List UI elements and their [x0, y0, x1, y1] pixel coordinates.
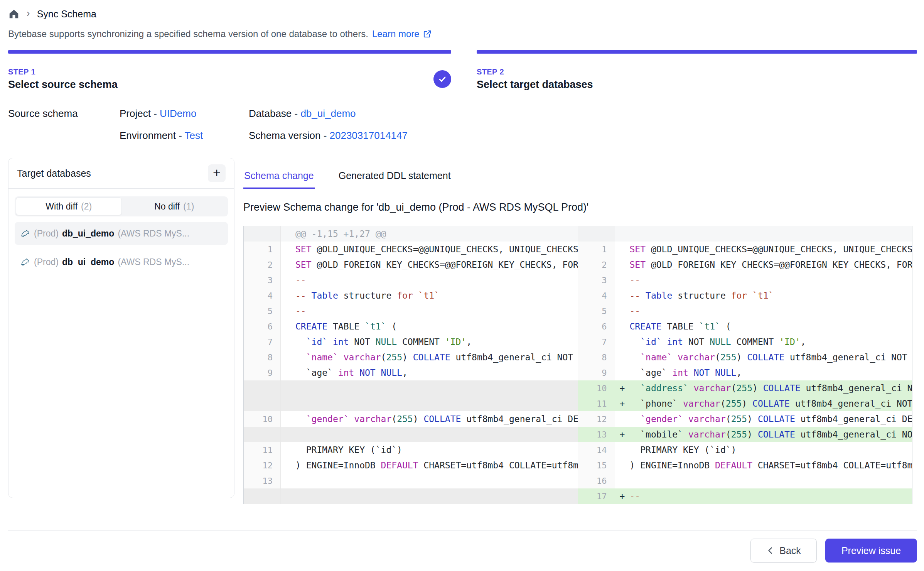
- diff-line: 7 `id` int NOT NULL COMMENT 'ID',: [578, 334, 912, 350]
- line-number: 1: [578, 242, 615, 257]
- line-number: 8: [244, 350, 281, 365]
- learn-more-link[interactable]: Learn more: [372, 29, 432, 39]
- line-number: [578, 226, 615, 242]
- line-number: 1: [244, 242, 281, 257]
- line-number: 4: [244, 288, 281, 303]
- diff-sign: [281, 257, 295, 272]
- diff-sign: [615, 334, 630, 350]
- line-number: 12: [244, 458, 281, 473]
- stepper: STEP 1 Select source schema STEP 2 Selec…: [8, 50, 917, 91]
- line-number: 2: [578, 257, 615, 272]
- preview-issue-button[interactable]: Preview issue: [825, 539, 917, 563]
- diff-line: 10 `gender` varchar(255) COLLATE utf8mb4…: [244, 411, 578, 427]
- line-number: [244, 380, 281, 396]
- tab-no-diff[interactable]: No diff (1): [122, 198, 227, 215]
- db-name: db_ui_demo: [62, 257, 114, 267]
- line-number: 4: [578, 288, 615, 303]
- add-target-database-button[interactable]: +: [208, 164, 226, 182]
- line-number: 6: [244, 319, 281, 334]
- code-line: SET @OLD_UNIQUE_CHECKS=@@UNIQUE_CHECKS, …: [630, 242, 912, 257]
- step-complete-badge: [433, 70, 451, 88]
- diff-line: 4-- Table structure for `t1`: [578, 288, 912, 303]
- environment-prefix: Environment -: [120, 130, 185, 141]
- mysql-icon: [20, 228, 30, 239]
- source-environment: Environment - Test: [120, 130, 249, 142]
- tab-with-diff-count: (2): [81, 201, 92, 212]
- chevron-left-icon: [766, 546, 775, 555]
- line-number: [244, 226, 281, 242]
- line-number: 13: [244, 473, 281, 488]
- project-link[interactable]: UIDemo: [160, 108, 196, 119]
- back-button[interactable]: Back: [750, 539, 817, 563]
- diff-filler-line: [244, 427, 578, 442]
- diff-line: 4-- Table structure for `t1`: [244, 288, 578, 303]
- code-line: `id` int NOT NULL COMMENT 'ID',: [295, 334, 578, 350]
- footer-actions: Back Preview issue: [8, 539, 917, 563]
- code-line: ) ENGINE=InnoDB DEFAULT CHARSET=utf8mb4 …: [630, 458, 912, 473]
- code-line: --: [630, 272, 912, 288]
- home-icon[interactable]: [8, 8, 20, 20]
- tab-no-diff-count: (1): [183, 201, 194, 212]
- diff-sign: [281, 411, 295, 427]
- code-line: `name` varchar(255) COLLATE utf8mb4_gene…: [295, 350, 578, 365]
- diff-line: 8 `name` varchar(255) COLLATE utf8mb4_ge…: [578, 350, 912, 365]
- code-line: SET @OLD_FOREIGN_KEY_CHECKS=@@FOREIGN_KE…: [630, 257, 912, 272]
- spacer: [8, 130, 120, 142]
- diff-line: 15) ENGINE=InnoDB DEFAULT CHARSET=utf8mb…: [578, 458, 912, 473]
- diff-sign: [281, 365, 295, 380]
- diff-sign: [615, 458, 630, 473]
- diff-hunk-header: @@ -1,15 +1,27 @@: [244, 226, 578, 242]
- code-line: `phone` varchar(255) COLLATE utf8mb4_gen…: [630, 396, 912, 411]
- code-line: PRIMARY KEY (`id`): [630, 442, 912, 458]
- target-database-item-1[interactable]: (Prod) db_ui_demo (AWS RDS MyS...: [15, 222, 228, 245]
- tab-with-diff[interactable]: With diff (2): [16, 198, 122, 215]
- tab-no-diff-label: No diff: [154, 201, 180, 212]
- line-number: 13: [578, 427, 615, 442]
- diff-filler-line: [244, 488, 578, 504]
- diff-line: 5--: [578, 303, 912, 319]
- source-schema-label: Source schema: [8, 108, 120, 120]
- step-2: STEP 2 Select target databases: [477, 50, 917, 91]
- breadcrumb: › Sync Schema: [8, 5, 917, 22]
- diff-sign: [281, 380, 295, 396]
- preview-section: Schema change Generated DDL statement Pr…: [243, 158, 917, 504]
- environment-link[interactable]: Test: [185, 130, 203, 141]
- diff-line: 6CREATE TABLE `t1` (: [244, 319, 578, 334]
- main-content: Target databases + With diff (2) No diff…: [8, 158, 917, 504]
- code-line: [630, 226, 912, 242]
- line-number: 9: [244, 365, 281, 380]
- diff-line-added: 17+--: [578, 488, 912, 504]
- code-line: `gender` varchar(255) COLLATE utf8mb4_ge…: [630, 411, 912, 427]
- target-database-item-2[interactable]: (Prod) db_ui_demo (AWS RDS MyS...: [15, 250, 228, 274]
- diff-line: 14 PRIMARY KEY (`id`): [578, 442, 912, 458]
- diff-sign: [615, 319, 630, 334]
- database-link[interactable]: db_ui_demo: [300, 108, 356, 119]
- schema-version-link[interactable]: 20230317014147: [330, 130, 408, 141]
- diff-hunk-header: [578, 226, 912, 242]
- tab-generated-ddl[interactable]: Generated DDL statement: [338, 169, 452, 189]
- db-name: db_ui_demo: [62, 228, 114, 239]
- line-number: 17: [578, 488, 615, 504]
- diff-line-added: 13+ `mobile` varchar(255) COLLATE utf8mb…: [578, 427, 912, 442]
- source-schema-summary: Source schema Project - UIDemo Database …: [8, 108, 917, 142]
- db-environment: (Prod): [34, 257, 59, 267]
- page-title: Sync Schema: [37, 8, 96, 20]
- code-line: `age` int NOT NULL,: [295, 365, 578, 380]
- target-databases-header: Target databases +: [8, 158, 234, 189]
- diff-line: 9 `age` int NOT NULL,: [578, 365, 912, 380]
- line-number: 9: [578, 365, 615, 380]
- code-line: [295, 427, 578, 442]
- line-number: 2: [244, 257, 281, 272]
- diff-sign: [615, 350, 630, 365]
- diff-sign: [615, 226, 630, 242]
- diff-line: 7 `id` int NOT NULL COMMENT 'ID',: [244, 334, 578, 350]
- back-button-label: Back: [779, 545, 801, 556]
- source-database: Database - db_ui_demo: [249, 108, 917, 120]
- tab-schema-change[interactable]: Schema change: [243, 169, 315, 189]
- line-number: 15: [578, 458, 615, 473]
- diff-sign: +: [615, 380, 630, 396]
- code-line: [295, 488, 578, 504]
- line-number: 7: [244, 334, 281, 350]
- diff-line: 1SET @OLD_UNIQUE_CHECKS=@@UNIQUE_CHECKS,…: [578, 242, 912, 257]
- source-schema-version: Schema version - 20230317014147: [249, 130, 917, 142]
